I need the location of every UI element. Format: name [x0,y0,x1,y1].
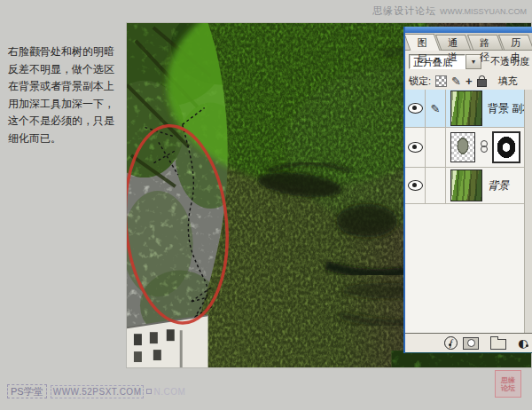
visibility-toggle[interactable] [405,128,426,167]
new-group-button[interactable] [490,339,506,350]
watermark-ghost-text: N.COM [153,387,185,397]
lock-transparency-icon[interactable] [435,75,447,87]
adjustment-layer-icon: ◐ [518,337,528,349]
editing-indicator-cell [426,168,446,203]
tab-history[interactable]: 历史 [498,35,532,50]
visibility-toggle[interactable] [405,168,426,203]
layer-thumbnail[interactable] [450,170,482,201]
brush-icon: ✎ [431,104,441,114]
watermark-site: WWW.52PSXT.COM [51,385,145,398]
layer-name[interactable]: 背景 [488,178,509,193]
lock-pixels-icon[interactable]: ✎ [451,76,461,86]
layer-list: ✎ 背景 副本 人像 [405,90,532,334]
layer-row-portrait[interactable]: 人像 [405,128,532,168]
tab-layers[interactable]: 图层 [404,34,441,51]
layer-effects-icon: f [444,336,458,350]
palette-titlebar[interactable] [405,27,532,33]
eye-icon [408,180,423,191]
palette-tabbar: 图层 通道 路径 历史 [405,33,532,51]
layer-thumbnail[interactable] [450,91,482,126]
visibility-toggle[interactable] [405,90,426,127]
layers-palette: 图层 通道 路径 历史 正片叠底 ▼ 不透明度 锁定: ✎ + 填充 [403,27,532,353]
tutorial-note-text: 右脸颧骨处和树的明暗 反差不明显，做个选区 在背景或者背景副本上 用加深工具加深… [8,43,121,147]
chevron-down-icon: ▼ [471,59,477,65]
palette-scrollbar[interactable] [524,90,532,333]
editing-indicator-cell [426,128,446,167]
stamp-line1: 思缘 [501,376,515,384]
layer-row-background[interactable]: 背景 [405,168,532,204]
forum-header-text: 思缘设计论坛 WWW.MISSYUAN.COM [372,4,527,18]
lock-label: 锁定: [409,75,431,88]
palette-bottom-bar: f ◐ [405,334,532,352]
tab-paths[interactable]: 路径 [466,35,502,50]
mask-icon [467,339,475,347]
lock-row: 锁定: ✎ + 填充 [405,72,532,90]
forum-name: 思缘设计论坛 [372,5,436,16]
stamp-line2: 论坛 [501,384,515,392]
tab-channels[interactable]: 通道 [435,35,471,50]
layer-thumbnail[interactable] [450,132,475,162]
palette-bottom-edge [405,352,532,353]
lock-position-icon[interactable]: + [466,76,473,86]
tutorial-watermark: PS学堂 WWW.52PSXT.COM N.COM [7,384,185,398]
eye-icon [408,103,423,114]
fill-label: 填充 [498,75,518,88]
eye-icon [408,142,423,153]
layer-style-button[interactable]: f [444,336,451,350]
watermark-brand: PS学堂 [7,384,47,398]
selection-handle [146,389,152,394]
mask-link-icon[interactable] [481,142,487,153]
adjustment-layer-button[interactable]: ◐ [518,337,528,349]
layer-mask-thumbnail[interactable] [492,131,520,163]
forum-url: WWW.MISSYUAN.COM [440,7,527,16]
forum-stamp: 思缘 论坛 [495,370,521,398]
add-layer-mask-button[interactable] [463,337,479,350]
screenshot-root: 思缘设计论坛 WWW.MISSYUAN.COM 右脸颧骨处和树的明暗 反差不明显… [0,0,532,410]
layer-row-background-copy[interactable]: ✎ 背景 副本 [405,90,532,128]
dot [526,344,528,347]
editing-indicator-cell: ✎ [426,90,446,127]
lock-all-icon[interactable] [477,79,487,87]
